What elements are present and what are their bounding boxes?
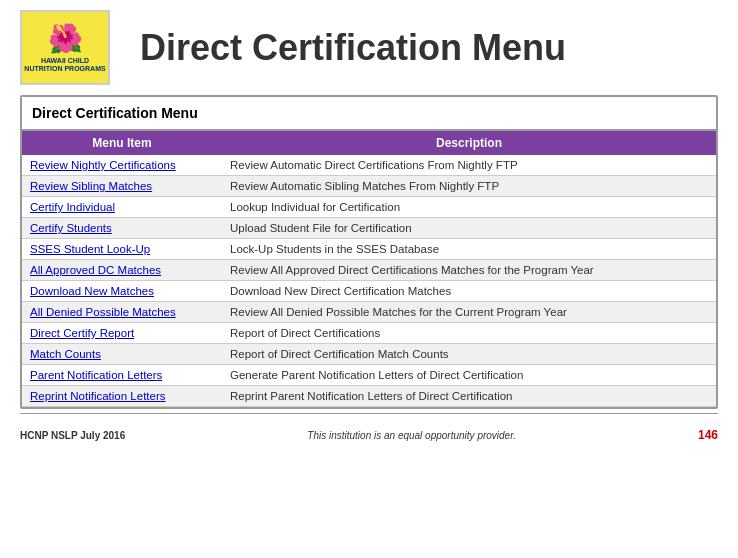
menu-link-download-new-matches[interactable]: Download New Matches [30, 285, 154, 297]
menu-link-reprint-notification-letters[interactable]: Reprint Notification Letters [30, 390, 166, 402]
table-row: Certify IndividualLookup Individual for … [22, 197, 716, 218]
menu-description: Report of Direct Certification Match Cou… [222, 344, 716, 365]
menu-link-sses-student-look-up[interactable]: SSES Student Look-Up [30, 243, 150, 255]
table-row: Parent Notification LettersGenerate Pare… [22, 365, 716, 386]
table-row: Review Nightly CertificationsReview Auto… [22, 155, 716, 176]
table-row: Review Sibling MatchesReview Automatic S… [22, 176, 716, 197]
logo: 🌺 HAWAII CHILD NUTRITION PROGRAMS [20, 10, 110, 85]
footer: HCNP NSLP July 2016 This institution is … [0, 420, 738, 450]
logo-text: HAWAII CHILD NUTRITION PROGRAMS [22, 57, 108, 74]
table-title: Direct Certification Menu [22, 97, 716, 131]
menu-description: Upload Student File for Certification [222, 218, 716, 239]
table-row: Direct Certify ReportReport of Direct Ce… [22, 323, 716, 344]
menu-description: Lock-Up Students in the SSES Database [222, 239, 716, 260]
menu-description: Review Automatic Sibling Matches From Ni… [222, 176, 716, 197]
footer-left: HCNP NSLP July 2016 [20, 430, 125, 441]
menu-description: Review Automatic Direct Certifications F… [222, 155, 716, 176]
menu-table: Menu Item Description Review Nightly Cer… [22, 131, 716, 407]
table-header-row: Menu Item Description [22, 131, 716, 155]
table-row: Download New MatchesDownload New Direct … [22, 281, 716, 302]
logo-icon: 🌺 [48, 22, 83, 55]
page-title: Direct Certification Menu [140, 27, 566, 69]
menu-link-match-counts[interactable]: Match Counts [30, 348, 101, 360]
menu-description: Reprint Parent Notification Letters of D… [222, 386, 716, 407]
footer-divider [20, 413, 718, 414]
table-row: Certify StudentsUpload Student File for … [22, 218, 716, 239]
table-row: All Approved DC MatchesReview All Approv… [22, 260, 716, 281]
col-header-menu-item: Menu Item [22, 131, 222, 155]
menu-description: Review All Denied Possible Matches for t… [222, 302, 716, 323]
menu-link-review-nightly-certifications[interactable]: Review Nightly Certifications [30, 159, 176, 171]
menu-link-all-denied-possible-matches[interactable]: All Denied Possible Matches [30, 306, 176, 318]
footer-page-number: 146 [698, 428, 718, 442]
table-row: All Denied Possible MatchesReview All De… [22, 302, 716, 323]
menu-description: Download New Direct Certification Matche… [222, 281, 716, 302]
menu-description: Generate Parent Notification Letters of … [222, 365, 716, 386]
col-header-description: Description [222, 131, 716, 155]
menu-description: Review All Approved Direct Certification… [222, 260, 716, 281]
menu-link-certify-students[interactable]: Certify Students [30, 222, 112, 234]
footer-center: This institution is an equal opportunity… [307, 430, 516, 441]
table-row: Reprint Notification LettersReprint Pare… [22, 386, 716, 407]
menu-description: Report of Direct Certifications [222, 323, 716, 344]
menu-description: Lookup Individual for Certification [222, 197, 716, 218]
page-header: 🌺 HAWAII CHILD NUTRITION PROGRAMS Direct… [0, 0, 738, 95]
content-area: Direct Certification Menu Menu Item Desc… [0, 95, 738, 409]
menu-link-all-approved-dc-matches[interactable]: All Approved DC Matches [30, 264, 161, 276]
table-row: Match CountsReport of Direct Certificati… [22, 344, 716, 365]
menu-link-parent-notification-letters[interactable]: Parent Notification Letters [30, 369, 162, 381]
menu-link-review-sibling-matches[interactable]: Review Sibling Matches [30, 180, 152, 192]
menu-link-direct-certify-report[interactable]: Direct Certify Report [30, 327, 134, 339]
menu-link-certify-individual[interactable]: Certify Individual [30, 201, 115, 213]
table-row: SSES Student Look-UpLock-Up Students in … [22, 239, 716, 260]
menu-table-container: Direct Certification Menu Menu Item Desc… [20, 95, 718, 409]
